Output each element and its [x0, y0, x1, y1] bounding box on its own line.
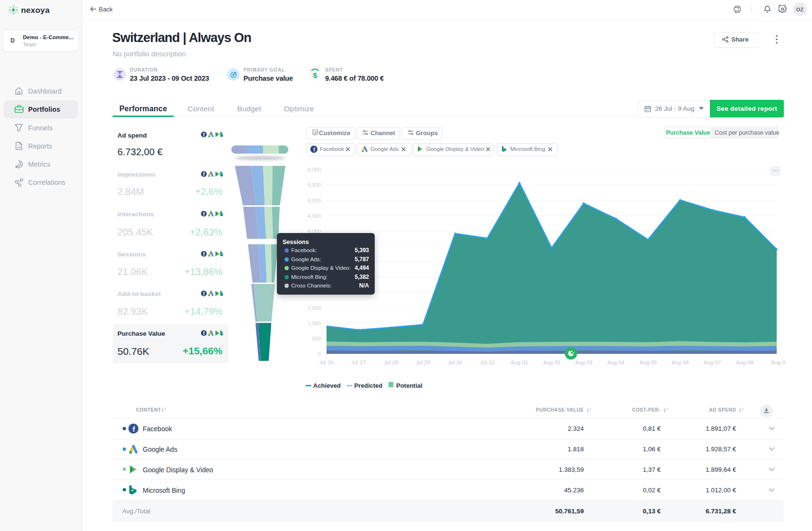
svg-text:$: $	[313, 71, 317, 79]
svg-text:f: f	[313, 147, 315, 152]
